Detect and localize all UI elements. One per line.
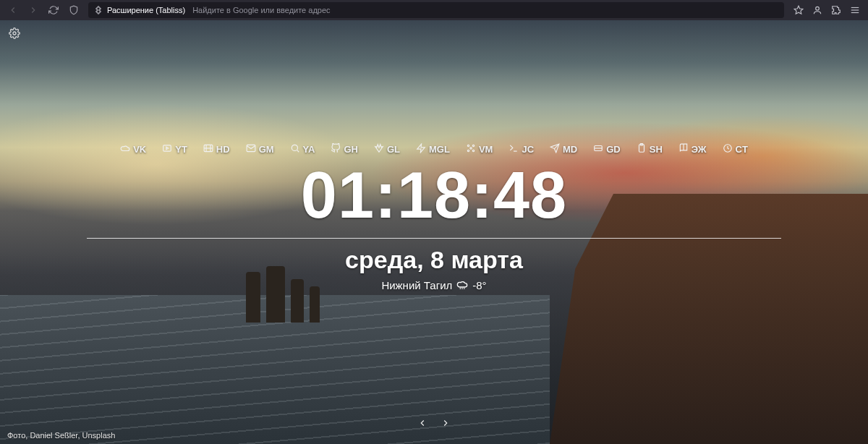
svg-point-13 xyxy=(292,145,297,150)
divider-line xyxy=(87,238,781,239)
quicklink-label: GH xyxy=(344,144,358,155)
drive-icon xyxy=(593,143,603,155)
svg-marker-7 xyxy=(166,147,169,150)
quicklink-jc[interactable]: JC xyxy=(509,143,534,155)
account-icon[interactable] xyxy=(809,1,826,19)
quicklink-md[interactable]: MD xyxy=(550,143,577,155)
zap-icon xyxy=(416,143,426,155)
quicklink-gd[interactable]: GD xyxy=(593,143,621,155)
clock-icon xyxy=(723,143,733,155)
quicklink-label: SH xyxy=(650,144,663,155)
app-menu-icon[interactable] xyxy=(846,1,864,19)
quicklink-label: HD xyxy=(216,144,230,155)
quicklink-label: MD xyxy=(563,144,577,155)
quick-links-row: VKYTHDGMYAGHGLMGLVMJCMDGDSHЭЖCT xyxy=(120,143,748,155)
quicklink-label: GM xyxy=(259,144,274,155)
svg-rect-6 xyxy=(163,145,171,151)
github-icon xyxy=(331,143,341,155)
date-text: среда, 8 марта xyxy=(345,246,523,274)
photo-credit: Фото, Daniel Seßler, Unsplash xyxy=(7,431,115,440)
address-bar[interactable]: Расширение (Tabliss) Найдите в Google ил… xyxy=(88,2,784,18)
svg-point-5 xyxy=(13,32,16,35)
quicklink-label: VK xyxy=(133,144,146,155)
cloud-icon xyxy=(120,143,130,155)
book-icon xyxy=(678,143,689,155)
forward-button[interactable] xyxy=(25,1,42,19)
quicklink-sh[interactable]: SH xyxy=(637,143,663,155)
bg-prev-button[interactable] xyxy=(417,418,427,431)
bookmark-star-icon[interactable] xyxy=(790,1,807,19)
background-pager xyxy=(417,418,451,431)
quicklink-mgl[interactable]: MGL xyxy=(416,143,450,155)
quicklink-label: GL xyxy=(387,144,400,155)
quicklink-label: CT xyxy=(736,144,748,155)
clipboard-icon xyxy=(637,143,647,155)
weather-location: Нижний Тагил xyxy=(381,279,452,291)
quicklink-vk[interactable]: VK xyxy=(120,143,146,155)
quicklink-эж[interactable]: ЭЖ xyxy=(678,143,707,155)
extensions-icon[interactable] xyxy=(827,1,845,19)
svg-marker-15 xyxy=(417,144,425,153)
film-icon xyxy=(203,143,213,155)
quicklink-ct[interactable]: CT xyxy=(723,143,748,155)
svg-point-20 xyxy=(470,148,472,149)
play-icon xyxy=(162,143,172,155)
settings-button[interactable] xyxy=(9,27,20,42)
svg-point-1 xyxy=(816,7,820,10)
svg-line-14 xyxy=(297,150,299,153)
quicklink-gh[interactable]: GH xyxy=(331,143,358,155)
terminal-icon xyxy=(509,143,519,155)
back-button[interactable] xyxy=(4,1,22,19)
quicklink-ya[interactable]: YA xyxy=(290,143,315,155)
send-icon xyxy=(550,143,560,155)
svg-marker-0 xyxy=(794,6,803,14)
svg-point-19 xyxy=(472,150,474,151)
weather-temp: -8° xyxy=(472,279,486,291)
url-placeholder: Найдите в Google или введите адрес xyxy=(192,6,330,14)
quicklink-label: MGL xyxy=(429,144,450,155)
search-icon xyxy=(290,143,300,155)
quicklink-vm[interactable]: VM xyxy=(466,143,493,155)
quicklink-label: JC xyxy=(522,144,534,155)
clock-time: 01:18:48 xyxy=(301,163,567,228)
weather-widget: Нижний Тагил -8° xyxy=(381,278,486,292)
bg-next-button[interactable] xyxy=(441,418,451,431)
new-tab-page: VKYTHDGMYAGHGLMGLVMJCMDGDSHЭЖCT 01:18:48… xyxy=(0,20,868,444)
browser-toolbar: Расширение (Tabliss) Найдите в Google ил… xyxy=(0,0,868,20)
quicklink-gl[interactable]: GL xyxy=(374,143,400,155)
slack-icon xyxy=(466,143,476,155)
mail-icon xyxy=(246,143,256,155)
extension-label: Расширение (Tabliss) xyxy=(107,6,185,14)
quicklink-label: YA xyxy=(303,144,315,155)
quicklink-hd[interactable]: HD xyxy=(203,143,230,155)
quicklink-label: ЭЖ xyxy=(692,144,707,155)
svg-point-16 xyxy=(467,145,469,146)
quicklink-gm[interactable]: GM xyxy=(246,143,274,155)
quicklink-yt[interactable]: YT xyxy=(162,143,187,155)
weather-icon xyxy=(456,278,468,292)
quicklink-label: VM xyxy=(479,144,493,155)
quicklink-label: YT xyxy=(175,144,187,155)
gitlab-icon xyxy=(374,143,384,155)
svg-point-18 xyxy=(467,150,469,151)
svg-point-17 xyxy=(472,145,474,146)
extension-icon xyxy=(94,6,103,14)
tracking-shield-icon[interactable] xyxy=(65,1,82,19)
reload-button[interactable] xyxy=(45,1,62,19)
quicklink-label: GD xyxy=(606,144,621,155)
